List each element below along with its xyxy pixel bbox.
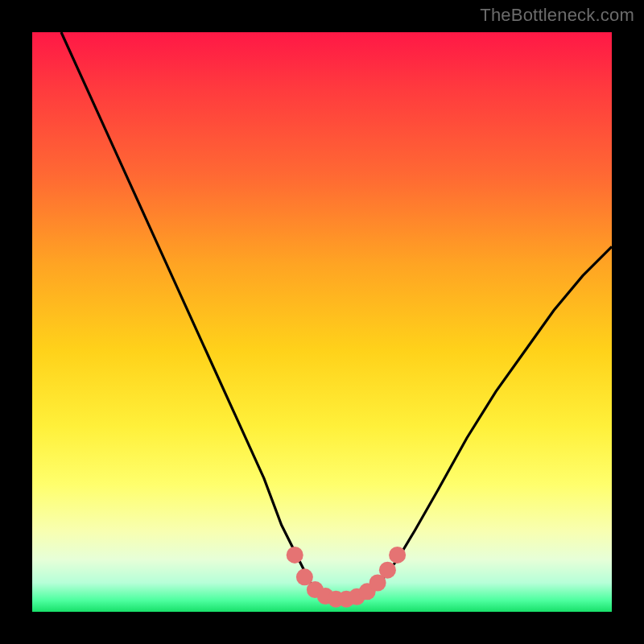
highlight-dot: [389, 547, 406, 564]
highlight-dot: [287, 547, 303, 564]
highlight-dots-group: [287, 547, 406, 608]
watermark-text: TheBottleneck.com: [480, 5, 634, 26]
bottleneck-curve-svg: [32, 32, 612, 612]
highlight-dot: [379, 562, 396, 579]
plot-area: [32, 32, 612, 612]
chart-frame: TheBottleneck.com: [0, 0, 644, 644]
bottleneck-curve-path: [61, 32, 612, 601]
